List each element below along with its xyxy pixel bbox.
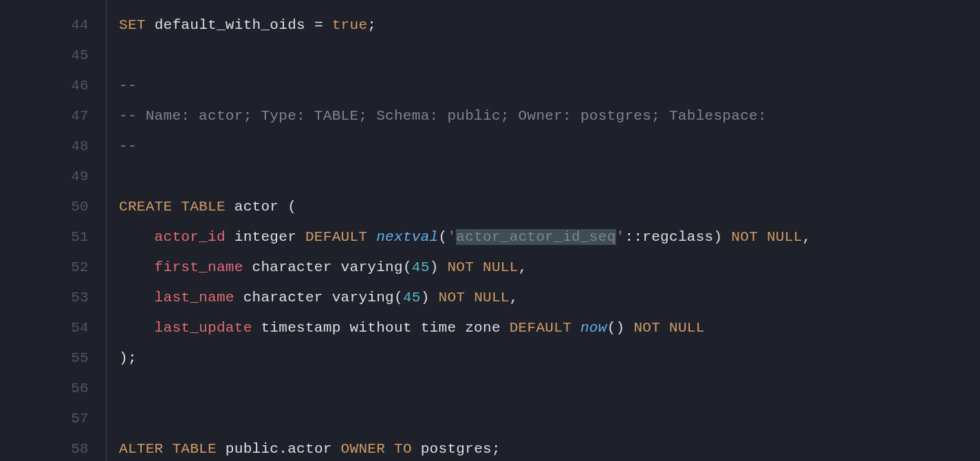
code-token: actor [287, 441, 332, 457]
line-number: 52 [0, 253, 89, 283]
line-number: 46 [0, 71, 89, 101]
code-token: true [332, 17, 368, 33]
code-token [367, 229, 376, 245]
line-number: 54 [0, 313, 89, 343]
code-line[interactable]: -- [119, 71, 980, 101]
code-token: NOT NULL [439, 290, 510, 305]
code-token [439, 259, 448, 275]
code-line[interactable]: SET default_with_oids = true; [119, 10, 980, 41]
line-number: 51 [0, 222, 89, 253]
code-token: DEFAULT [510, 320, 571, 336]
line-number: 48 [0, 131, 89, 162]
code-token: ( [403, 259, 412, 275]
code-token: timestamp without time zone [252, 320, 510, 336]
code-token: SET [119, 17, 146, 33]
code-token: , [519, 259, 527, 275]
code-token: actor [226, 199, 287, 215]
code-token: , [803, 229, 812, 245]
code-token: ::regclass [624, 229, 713, 245]
line-number: 56 [0, 374, 89, 404]
code-token: , [510, 290, 519, 305]
code-line[interactable] [119, 41, 980, 71]
line-number: 57 [0, 404, 89, 434]
code-token: actor_actor_id_seq [456, 229, 616, 245]
code-line[interactable] [119, 162, 980, 192]
code-token [305, 17, 314, 33]
code-token: character [243, 259, 341, 275]
code-token: ) [421, 290, 430, 305]
code-token: () [607, 320, 625, 336]
code-token [119, 290, 155, 305]
code-token: actor_id [155, 229, 226, 245]
line-number: 53 [0, 283, 89, 313]
code-token: last_update [155, 320, 252, 336]
code-line[interactable]: ); [119, 343, 980, 374]
code-token: varying [341, 259, 403, 275]
code-line[interactable]: -- [119, 131, 980, 162]
code-token [119, 320, 155, 336]
code-editor[interactable]: 444546474849505152535455565758 SET defau… [0, 0, 980, 461]
code-token [332, 441, 341, 457]
code-token [624, 320, 633, 336]
code-token: 45 [412, 259, 430, 275]
code-token: nextval [376, 229, 438, 245]
code-line[interactable] [119, 374, 980, 404]
line-number: 49 [0, 162, 89, 192]
code-token: NOT NULL [447, 259, 518, 275]
code-token: ); [119, 350, 137, 366]
code-token: postgres [412, 441, 492, 457]
code-token [119, 259, 155, 275]
code-token [119, 229, 155, 245]
code-token [430, 290, 439, 305]
code-token: -- [119, 78, 137, 94]
code-line[interactable] [119, 404, 980, 434]
line-number: 55 [0, 343, 89, 374]
code-line[interactable]: first_name character varying(45) NOT NUL… [119, 253, 980, 283]
code-token: -- Name: actor; Type: TABLE; Schema: pub… [119, 108, 767, 124]
code-token: DEFAULT [305, 229, 367, 245]
code-token: public [217, 441, 279, 457]
code-token: varying [332, 290, 394, 305]
code-token: ( [439, 229, 448, 245]
line-number: 58 [0, 434, 89, 461]
code-line[interactable]: actor_id integer DEFAULT nextval('actor_… [119, 222, 980, 253]
code-token: now [580, 320, 607, 336]
code-token: ; [367, 17, 376, 33]
code-token: ; [492, 441, 501, 457]
code-token [146, 17, 155, 33]
code-token: = [314, 17, 323, 33]
code-line[interactable]: last_update timestamp without time zone … [119, 313, 980, 343]
code-token: ' [616, 229, 625, 245]
code-token [571, 320, 580, 336]
code-token: ' [447, 229, 456, 245]
code-token: ( [394, 290, 403, 305]
code-token: . [279, 441, 287, 457]
code-token: character [235, 290, 332, 305]
code-token: 45 [403, 290, 421, 305]
code-token: ) [714, 229, 723, 245]
code-line[interactable]: ALTER TABLE public.actor OWNER TO postgr… [119, 434, 980, 461]
line-number: 45 [0, 41, 89, 71]
code-line[interactable]: last_name character varying(45) NOT NULL… [119, 283, 980, 313]
code-token [722, 229, 731, 245]
code-token: default_with_oids [155, 17, 305, 33]
code-token: OWNER TO [341, 441, 412, 457]
code-token: -- [119, 138, 137, 154]
code-token: first_name [155, 259, 243, 275]
code-token: NOT NULL [731, 229, 802, 245]
code-token: last_name [155, 290, 235, 305]
line-number: 47 [0, 101, 89, 131]
code-token: integer [226, 229, 305, 245]
code-area[interactable]: SET default_with_oids = true;---- Name: … [107, 0, 980, 461]
line-number: 44 [0, 10, 89, 41]
code-token: ) [430, 259, 439, 275]
code-line[interactable]: CREATE TABLE actor ( [119, 192, 980, 222]
code-token: NOT NULL [633, 320, 704, 336]
line-number-gutter: 444546474849505152535455565758 [0, 0, 107, 461]
code-token: CREATE TABLE [119, 199, 226, 215]
code-token: ALTER TABLE [119, 441, 217, 457]
line-number: 50 [0, 192, 89, 222]
code-token: ( [287, 199, 296, 215]
code-token [323, 17, 332, 33]
code-line[interactable]: -- Name: actor; Type: TABLE; Schema: pub… [119, 101, 980, 131]
